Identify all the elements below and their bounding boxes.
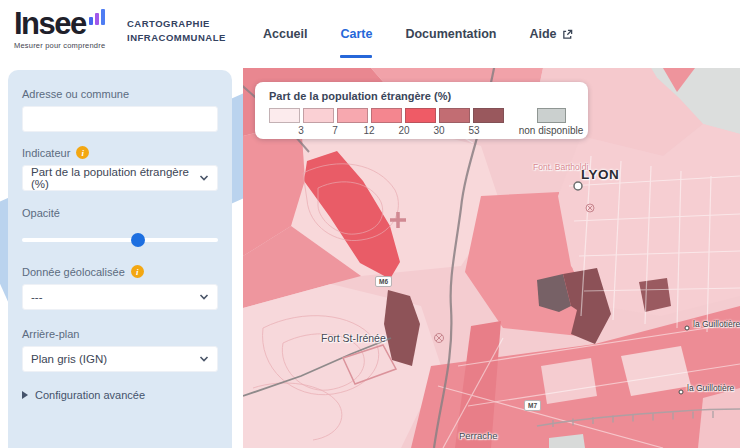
nav-carte-label: Carte bbox=[340, 27, 372, 41]
legend-na-label: non disponible bbox=[519, 125, 584, 136]
legend-swatch bbox=[269, 108, 300, 123]
opacity-slider-thumb[interactable] bbox=[131, 233, 145, 247]
map-label-guillotiere-2: la Guillotière bbox=[687, 383, 734, 393]
map-legend: Part de la population étrangère (%) 3 7 … bbox=[255, 82, 588, 139]
geodata-label-text: Donnée géolocalisée bbox=[22, 266, 125, 278]
main-nav: Accueil Carte Documentation Aide bbox=[263, 0, 573, 68]
nav-documentation[interactable]: Documentation bbox=[405, 0, 496, 68]
insee-logo[interactable]: Insee Mesurer pour comprendre bbox=[14, 8, 106, 50]
indicator-value: Part de la population étrangère (%) bbox=[31, 166, 199, 190]
background-select[interactable]: Plan gris (IGN) bbox=[22, 346, 218, 372]
legend-title: Part de la population étrangère (%) bbox=[269, 90, 451, 102]
indicator-label-text: Indicateur bbox=[22, 147, 70, 159]
insee-logo-text: Insee bbox=[14, 8, 86, 39]
map-label-lyon: LYON bbox=[581, 167, 619, 182]
chevron-down-icon bbox=[199, 173, 209, 183]
triangle-right-icon bbox=[22, 391, 28, 399]
opacity-slider[interactable] bbox=[22, 233, 218, 247]
map-canvas[interactable]: Font. Bartholdi LYON Fort St-Irénée la G… bbox=[243, 68, 740, 448]
map-label-fort-st-irenee: Fort St-Irénée bbox=[321, 332, 386, 344]
legend-swatch bbox=[473, 108, 504, 123]
insee-logo-bars-icon bbox=[89, 9, 106, 26]
advanced-config-label: Configuration avancée bbox=[35, 389, 145, 401]
app-title-line1: CARTOGRAPHIE bbox=[127, 17, 226, 31]
sidebar-panel: Adresse ou commune Indicateur i Part de … bbox=[8, 70, 232, 448]
legend-swatch bbox=[337, 108, 368, 123]
nav-aide[interactable]: Aide bbox=[529, 0, 572, 68]
nav-accueil[interactable]: Accueil bbox=[263, 0, 307, 68]
geodata-value: --- bbox=[31, 291, 43, 303]
legend-tick: 7 bbox=[332, 125, 338, 136]
nav-aide-label: Aide bbox=[529, 27, 556, 41]
background-value: Plan gris (IGN) bbox=[31, 353, 107, 365]
legend-swatch bbox=[405, 108, 436, 123]
road-shield-m6: M6 bbox=[375, 276, 392, 287]
background-label: Arrière-plan bbox=[22, 328, 218, 340]
map-label-perrache: Perrache bbox=[459, 430, 498, 441]
legend-tick: 53 bbox=[468, 125, 479, 136]
geodata-select[interactable]: --- bbox=[22, 284, 218, 310]
chevron-down-icon bbox=[199, 354, 209, 364]
legend-swatch-na bbox=[537, 108, 566, 123]
nav-documentation-label: Documentation bbox=[405, 27, 496, 41]
nav-accueil-label: Accueil bbox=[263, 27, 307, 41]
legend-tick: 12 bbox=[363, 125, 374, 136]
app-title: CARTOGRAPHIE INFRACOMMUNALE bbox=[127, 17, 226, 45]
header: Insee Mesurer pour comprendre CARTOGRAPH… bbox=[0, 0, 740, 68]
opacity-label: Opacité bbox=[22, 207, 218, 219]
indicator-label: Indicateur i bbox=[22, 146, 218, 159]
legend-swatch bbox=[439, 108, 470, 123]
advanced-config-toggle[interactable]: Configuration avancée bbox=[22, 389, 218, 401]
legend-swatches bbox=[269, 108, 504, 123]
geodata-info-icon[interactable]: i bbox=[131, 265, 144, 278]
legend-swatch bbox=[303, 108, 334, 123]
geodata-label: Donnée géolocalisée i bbox=[22, 265, 218, 278]
indicator-select[interactable]: Part de la population étrangère (%) bbox=[22, 165, 218, 191]
legend-swatch bbox=[371, 108, 402, 123]
road-shield-m7: M7 bbox=[524, 400, 541, 411]
legend-tick: 3 bbox=[298, 125, 304, 136]
legend-tick: 30 bbox=[433, 125, 444, 136]
legend-tick: 20 bbox=[398, 125, 409, 136]
address-label: Adresse ou commune bbox=[22, 88, 218, 100]
external-link-icon bbox=[562, 29, 573, 40]
chevron-down-icon bbox=[199, 292, 209, 302]
indicator-info-icon[interactable]: i bbox=[76, 146, 89, 159]
insee-tagline: Mesurer pour comprendre bbox=[14, 41, 106, 50]
nav-carte[interactable]: Carte bbox=[340, 0, 372, 68]
opacity-slider-track bbox=[22, 238, 218, 242]
map-label-guillotiere-1: la Guillotière bbox=[693, 319, 740, 329]
map-label-font-bartholdi: Font. Bartholdi bbox=[533, 162, 588, 172]
address-input[interactable] bbox=[22, 106, 218, 132]
app-title-line2: INFRACOMMUNALE bbox=[127, 31, 226, 45]
active-tab-underline bbox=[340, 55, 372, 58]
